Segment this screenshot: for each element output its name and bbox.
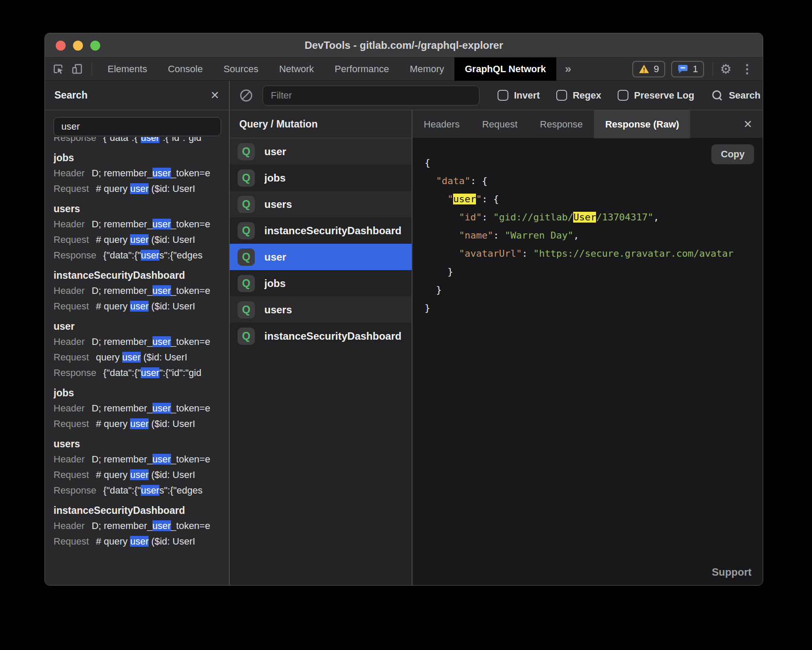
search-result-line[interactable]: Response{"data":{"user":{"id":"gid: [54, 365, 229, 381]
devtools-window: DevTools - gitlab.com/-/graphql-explorer…: [44, 33, 763, 586]
clear-log-icon[interactable]: [240, 89, 252, 102]
close-detail-icon[interactable]: ✕: [743, 119, 752, 130]
query-row-label: users: [264, 198, 292, 210]
checkbox-box-icon[interactable]: [618, 90, 628, 101]
result-line-value: {"data":{"users":{"edges: [103, 250, 203, 261]
tab-memory[interactable]: Memory: [400, 57, 454, 81]
tab-network[interactable]: Network: [269, 57, 324, 81]
result-line-label: Request: [54, 301, 89, 312]
result-group-heading: instanceSecurityDashboard: [54, 503, 229, 518]
detail-tabs-list: HeadersRequestResponseResponse (Raw): [412, 110, 690, 138]
result-group-heading: users: [54, 201, 229, 217]
search-result-line[interactable]: Response{"data":{"users":{"edges: [54, 248, 229, 263]
checkbox-regex[interactable]: Regex: [556, 90, 601, 101]
query-row-instancesecuritydashboard[interactable]: QinstanceSecurityDashboard: [230, 217, 412, 244]
tab-graphql-network[interactable]: GraphQL Network: [454, 57, 556, 81]
filter-checkboxes: InvertRegexPreserve Log: [498, 90, 694, 101]
search-result-line[interactable]: HeaderD; remember_user_token=e: [54, 166, 229, 181]
checkbox-label: Invert: [514, 90, 540, 101]
result-line-value: D; remember_user_token=e: [92, 285, 210, 296]
result-group-heading: user: [54, 319, 229, 334]
query-row-label: jobs: [264, 277, 285, 290]
search-result-line[interactable]: Request# query user ($id: UserI: [54, 232, 229, 248]
detail-tab-response[interactable]: Response: [529, 110, 594, 138]
search-result-line[interactable]: HeaderD; remember_user_token=e: [54, 283, 229, 299]
result-line-label: Header: [54, 168, 85, 178]
query-row-users[interactable]: Qusers: [230, 191, 412, 217]
detail-tab-request[interactable]: Request: [471, 110, 529, 138]
device-toolbar-icon[interactable]: [71, 63, 84, 76]
result-line-value: D; remember_user_token=e: [92, 403, 210, 414]
search-result-line[interactable]: Response{"data":{"users":{"edges: [54, 483, 229, 498]
search-result-line[interactable]: Request# query user ($id: UserI: [54, 534, 229, 549]
close-search-icon[interactable]: ✕: [210, 90, 219, 101]
query-row-user[interactable]: Quser: [230, 138, 412, 165]
more-options-icon[interactable]: ⋮: [741, 62, 753, 76]
query-row-instancesecuritydashboard[interactable]: QinstanceSecurityDashboard: [230, 323, 412, 349]
result-line-value: D; remember_user_token=e: [92, 219, 210, 229]
search-input[interactable]: [54, 117, 221, 136]
result-line-label: Header: [54, 285, 85, 296]
search-result-line[interactable]: Requestquery user ($id: UserI: [54, 350, 229, 365]
query-row-user[interactable]: Quser: [230, 244, 412, 270]
detail-tab-response-raw[interactable]: Response (Raw): [594, 110, 690, 138]
messages-badge[interactable]: 1: [671, 61, 704, 77]
search-result-line[interactable]: Request# query user ($id: UserI: [54, 467, 229, 483]
result-line-value: # query user ($id: UserI: [96, 418, 195, 429]
warnings-badge[interactable]: 9: [632, 61, 665, 77]
filter-input[interactable]: [263, 86, 479, 105]
checkbox-box-icon[interactable]: [498, 90, 508, 101]
search-result-line[interactable]: HeaderD; remember_user_token=e: [54, 452, 229, 467]
copy-button[interactable]: Copy: [711, 144, 754, 164]
settings-gear-icon[interactable]: ⚙: [720, 61, 732, 76]
tab-console[interactable]: Console: [158, 57, 213, 81]
network-filter-bar: InvertRegexPreserve Log Search: [230, 81, 763, 110]
result-line-label: Header: [54, 454, 85, 465]
query-type-icon: Q: [238, 275, 255, 292]
checkbox-preserve-log[interactable]: Preserve Log: [618, 90, 694, 101]
result-line-label: Header: [54, 219, 85, 229]
inspect-element-icon[interactable]: [52, 63, 65, 76]
result-line-label: Response: [54, 137, 96, 143]
query-row-label: jobs: [264, 172, 285, 184]
query-row-users[interactable]: Qusers: [230, 296, 412, 323]
checkbox-invert[interactable]: Invert: [498, 90, 540, 101]
search-panel-header: Search ✕: [45, 81, 230, 110]
minimize-window-button[interactable]: [73, 41, 83, 51]
tab-sources[interactable]: Sources: [213, 57, 269, 81]
tab-elements[interactable]: Elements: [97, 57, 158, 81]
more-tabs-icon[interactable]: »: [556, 62, 580, 76]
json-line: }: [425, 299, 763, 317]
result-line-label: Header: [54, 520, 85, 531]
result-line-value: # query user ($id: UserI: [96, 301, 195, 312]
query-list: QuserQjobsQusersQinstanceSecurityDashboa…: [230, 138, 412, 349]
search-result-line[interactable]: Request# query user ($id: UserI: [54, 416, 229, 432]
close-window-button[interactable]: [56, 41, 66, 51]
message-icon: [677, 64, 688, 75]
query-type-icon: Q: [238, 249, 255, 266]
json-line: "user": {: [425, 190, 763, 208]
query-type-icon: Q: [238, 143, 255, 160]
query-type-icon: Q: [238, 301, 255, 319]
search-result-line[interactable]: Request# query user ($id: UserI: [54, 299, 229, 314]
zoom-window-button[interactable]: [90, 41, 100, 51]
search-result-line[interactable]: HeaderD; remember_user_token=e: [54, 334, 229, 350]
result-line-label: Response: [54, 485, 96, 496]
query-row-jobs[interactable]: Qjobs: [230, 270, 412, 296]
search-result-line[interactable]: HeaderD; remember_user_token=e: [54, 217, 229, 232]
checkbox-box-icon[interactable]: [556, 90, 567, 101]
response-raw-content: Copy { "data": { "user": { "id": "gid://…: [412, 138, 763, 585]
search-toggle[interactable]: Search: [711, 89, 760, 102]
support-link[interactable]: Support: [712, 566, 752, 578]
result-group-heading: instanceSecurityDashboard: [54, 268, 229, 283]
json-line: }: [425, 263, 763, 281]
query-row-jobs[interactable]: Qjobs: [230, 165, 412, 191]
search-result-line[interactable]: HeaderD; remember_user_token=e: [54, 518, 229, 534]
result-group-heading: jobs: [54, 385, 229, 401]
search-result-line[interactable]: HeaderD; remember_user_token=e: [54, 401, 229, 416]
search-result-line[interactable]: Response{"data":{"user":{"id":"gid: [54, 137, 229, 146]
detail-tab-headers[interactable]: Headers: [412, 110, 471, 138]
result-line-value: # query user ($id: UserI: [96, 469, 195, 480]
tab-performance[interactable]: Performance: [324, 57, 400, 81]
search-result-line[interactable]: Request# query user ($id: UserI: [54, 181, 229, 197]
